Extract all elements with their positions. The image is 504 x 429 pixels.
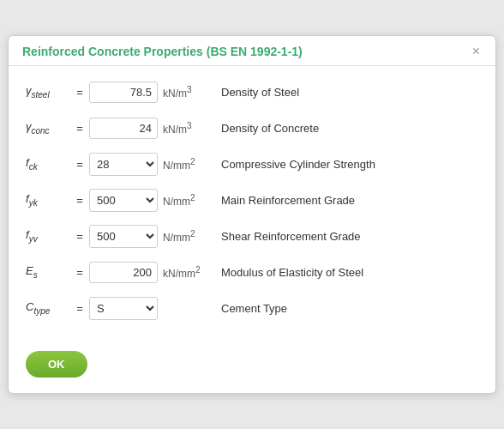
property-input-Es[interactable] — [89, 262, 158, 283]
property-desc-gamma-conc: Density of Concrete — [221, 122, 478, 135]
property-equals-Es: = — [70, 266, 89, 279]
property-input-gamma-steel[interactable] — [89, 82, 158, 103]
property-equals-fyv: = — [70, 230, 89, 243]
reinforced-concrete-dialog: Reinforced Concrete Properties (BS EN 19… — [8, 35, 496, 394]
property-symbol-Es: Es — [26, 264, 70, 280]
property-symbol-Ctype: Ctype — [26, 300, 70, 316]
property-input-wrap-Es — [89, 262, 158, 283]
property-unit-fyv: N/mm2 — [163, 229, 221, 244]
property-row-gamma-conc: γconc=kN/m3Density of Concrete — [26, 112, 478, 143]
property-equals-fck: = — [70, 158, 89, 171]
property-desc-fck: Compressive Cylinder Strength — [221, 158, 478, 171]
dialog-title: Reinforced Concrete Properties (BS EN 19… — [22, 45, 303, 58]
property-equals-gamma-conc: = — [70, 122, 89, 135]
property-input-wrap-fck: 2025283035404550 — [89, 153, 158, 176]
property-input-gamma-conc[interactable] — [89, 118, 158, 139]
property-unit-Es: kN/mm2 — [163, 265, 221, 280]
property-select-fyk[interactable]: 400500600 — [89, 189, 158, 212]
property-desc-fyv: Shear Reinforcement Grade — [221, 230, 478, 243]
property-row-fck: fck=2025283035404550N/mm2Compressive Cyl… — [26, 148, 478, 179]
property-desc-gamma-steel: Density of Steel — [221, 86, 478, 99]
ok-button[interactable]: OK — [26, 351, 87, 378]
property-select-Ctype[interactable]: NRS — [89, 297, 158, 320]
property-input-wrap-fyk: 400500600 — [89, 189, 158, 212]
property-unit-fck: N/mm2 — [163, 157, 221, 172]
property-desc-Ctype: Cement Type — [221, 302, 478, 315]
property-equals-Ctype: = — [70, 302, 89, 315]
property-unit-gamma-steel: kN/m3 — [163, 85, 221, 100]
property-row-gamma-steel: γsteel=kN/m3Density of Steel — [26, 76, 478, 107]
property-symbol-gamma-conc: γconc — [26, 120, 70, 136]
property-row-Es: Es=kN/mm2Modulus of Elasticity of Steel — [26, 257, 478, 287]
property-unit-gamma-conc: kN/m3 — [163, 121, 221, 136]
close-button[interactable]: × — [471, 45, 482, 58]
property-input-wrap-gamma-conc — [89, 118, 158, 139]
property-input-wrap-gamma-steel — [89, 82, 158, 103]
property-symbol-fyk: fyk — [26, 192, 70, 208]
property-row-fyk: fyk=400500600N/mm2Main Reinforcement Gra… — [26, 184, 478, 215]
property-select-fyv[interactable]: 400500600 — [89, 225, 158, 248]
property-desc-fyk: Main Reinforcement Grade — [221, 194, 478, 207]
property-unit-fyk: N/mm2 — [163, 193, 221, 208]
dialog-body: γsteel=kN/m3Density of Steelγconc=kN/m3D… — [9, 66, 495, 342]
property-symbol-fyv: fyv — [26, 228, 70, 244]
property-input-wrap-fyv: 400500600 — [89, 225, 158, 248]
property-select-fck[interactable]: 2025283035404550 — [89, 153, 158, 176]
dialog-header: Reinforced Concrete Properties (BS EN 19… — [9, 36, 495, 66]
property-equals-fyk: = — [70, 194, 89, 207]
dialog-footer: OK — [9, 342, 495, 393]
property-row-Ctype: Ctype=NRSCement Type — [26, 293, 478, 323]
property-symbol-gamma-steel: γsteel — [26, 84, 70, 100]
property-desc-Es: Modulus of Elasticity of Steel — [221, 266, 478, 279]
property-row-fyv: fyv=400500600N/mm2Shear Reinforcement Gr… — [26, 221, 478, 251]
property-input-wrap-Ctype: NRS — [89, 297, 158, 320]
property-symbol-fck: fck — [26, 156, 70, 172]
property-equals-gamma-steel: = — [70, 86, 89, 99]
